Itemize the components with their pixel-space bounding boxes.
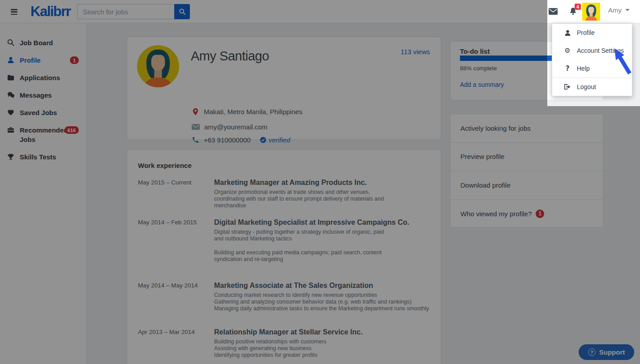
modal-overlay[interactable]	[0, 0, 547, 364]
logout-icon	[564, 84, 571, 90]
notifications-button[interactable]: 4	[569, 7, 577, 17]
menu-item-logout[interactable]: Logout	[552, 78, 632, 96]
tutorial-arrow-pointer	[612, 47, 633, 75]
messages-inbox-button[interactable]	[549, 8, 558, 17]
menu-item-label: Logout	[577, 83, 596, 90]
chevron-down-icon	[625, 9, 630, 11]
menu-item-profile[interactable]: Profile	[552, 24, 632, 42]
question-mark-icon: ?	[564, 64, 571, 73]
user-menu-trigger[interactable]: Amy	[608, 6, 630, 14]
avatar-image	[582, 2, 600, 21]
menu-item-label: Profile	[577, 29, 595, 36]
person-icon	[564, 30, 571, 36]
modal-overlay[interactable]	[547, 106, 640, 364]
menu-item-label: Help	[577, 65, 590, 72]
notification-count-badge: 4	[575, 4, 581, 10]
gear-icon: ⚙	[564, 47, 571, 55]
user-name: Amy	[608, 6, 622, 14]
mail-icon	[549, 8, 558, 15]
user-avatar[interactable]	[582, 2, 600, 21]
kalibrr-profile-page: Kalibrr 4	[0, 0, 640, 364]
